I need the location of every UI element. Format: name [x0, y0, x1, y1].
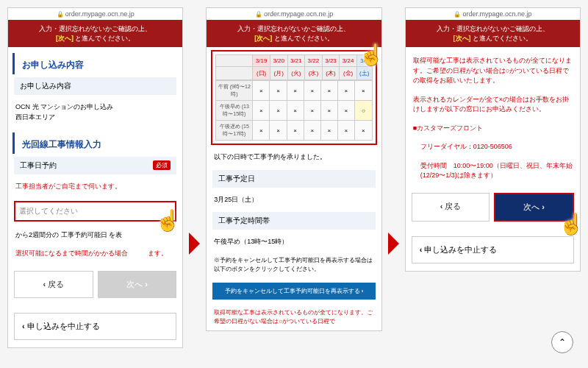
cancel-button[interactable]: 申し込みを中止する	[14, 313, 176, 340]
tel: フリーダイヤル：0120-506506	[406, 138, 580, 157]
calendar-cell[interactable]: ×	[304, 121, 320, 141]
section-construction: 光回線工事情報入力	[12, 132, 178, 154]
application-body: OCN 光 マンションのお申し込み西日本エリア	[8, 98, 182, 127]
calendar-cell[interactable]: ×	[304, 101, 320, 121]
calendar-cell[interactable]: ×	[337, 121, 354, 141]
time-label: 工事予定時間帯	[212, 212, 375, 230]
calendar-cell[interactable]: ×	[253, 101, 270, 121]
calendar-cell[interactable]: ×	[354, 81, 372, 101]
calendar-cell[interactable]: ×	[354, 121, 372, 141]
calendar-cell[interactable]: ×	[337, 101, 354, 121]
warning-banner: 入力・選択忘れがないかご確認の上、[次へ] と進んでください。	[8, 20, 182, 47]
delay-note: 選択可能になるまで時間がかかる場合 ます。	[8, 244, 182, 263]
customer-front: ■カスタマーズフロント	[406, 119, 580, 138]
back-button[interactable]: 戻る	[412, 193, 490, 222]
sub-application: お申し込み内容	[14, 77, 176, 95]
back-button[interactable]: 戻る	[14, 271, 93, 298]
visit-note: 工事担当者がご自宅まで伺います。	[8, 177, 182, 197]
calendar-cell[interactable]: ○	[354, 101, 372, 121]
sub-reservation: 工事日予約必須	[14, 157, 176, 174]
calendar-cell[interactable]: ×	[337, 81, 354, 101]
section-application: お申し込み内容	[12, 53, 178, 74]
calendar-cell[interactable]: ×	[287, 121, 304, 141]
date-select[interactable]: 選択してください ☝️	[14, 201, 176, 222]
required-badge: 必須	[153, 160, 171, 170]
calendar-body: 午前 (9時〜12時)×××××××午後早め (13時〜15時)××××××○午…	[215, 80, 372, 141]
url-bar: order.mypage.ocn.ne.jp	[8, 8, 182, 20]
date-value: 3月25日（土）	[207, 191, 381, 210]
tail-note: 取得可能な工事は表示されているものが全てになります。ご希望の日程がない場合は○が…	[207, 304, 381, 330]
next-button[interactable]: 次へ	[98, 271, 177, 298]
screen-1: order.mypage.ocn.ne.jp 入力・選択忘れがないかご確認の上、…	[7, 7, 183, 348]
rebook-button[interactable]: 予約をキャンセルして工事予約可能日を再表示する	[212, 283, 375, 300]
calendar-cell[interactable]: ×	[253, 121, 270, 141]
calendar-cell[interactable]: ×	[320, 121, 337, 141]
confirm-msg: 以下の日時で工事予約を承りました。	[207, 148, 381, 167]
pointing-hand-icon: ☝️	[155, 208, 181, 233]
warning-banner: 入力・選択忘れがないかご確認の上、[次へ] と進んでください。	[207, 20, 381, 47]
pointing-hand-icon: ☝️	[559, 212, 584, 236]
calendar-cell[interactable]: ×	[270, 121, 287, 141]
calendar-cell[interactable]: ×	[270, 101, 287, 121]
time-value: 午後早め（13時〜15時）	[207, 233, 381, 252]
pointing-hand-icon: ☝️	[359, 43, 384, 67]
calendar-cell[interactable]: ×	[320, 101, 337, 121]
screen-3: order.mypage.ocn.ne.jp 入力・選択忘れがないかご確認の上、…	[405, 7, 581, 272]
warning-banner: 入力・選択忘れがないかご確認の上、[次へ] と進んでください。	[406, 20, 580, 47]
url-bar: order.mypage.ocn.ne.jp	[406, 8, 580, 20]
calendar-cell[interactable]: ×	[287, 101, 304, 121]
flow-arrow-icon	[388, 233, 399, 255]
flow-arrow-icon	[189, 233, 200, 255]
date-label: 工事予定日	[212, 170, 375, 188]
calendar[interactable]: ☝️ 3/193/203/213/223/233/243/2 (日)(月)(火)…	[211, 50, 376, 145]
cancel-button[interactable]: 申し込みを中止する	[412, 236, 574, 263]
rebook-note: ※予約をキャンセルして工事予約可能日を再表示する場合は以下のボタンをクリックして…	[207, 252, 381, 278]
screen-2: order.mypage.ocn.ne.jp 入力・選択忘れがないかご確認の上、…	[206, 7, 381, 331]
url-bar: order.mypage.ocn.ne.jp	[207, 8, 381, 20]
info-1: 取得可能な工事は表示されているものが全てになります。ご希望の日程がない場合は○が…	[406, 52, 580, 91]
hours: 受付時間 10:00〜19:00（日曜日、祝日、年末年始(12/29〜1/3)は…	[406, 157, 580, 185]
info-2: 表示されるカレンダーが全て×の場合はお手数をお掛けしますが以下の窓口にお申込みく…	[406, 91, 580, 119]
calendar-cell[interactable]: ×	[320, 81, 337, 101]
calendar-table: 3/193/203/213/223/233/243/2 (日)(月)(火)(水)…	[215, 54, 372, 80]
scroll-top-button[interactable]: ⌃	[551, 331, 573, 353]
calendar-cell[interactable]: ×	[253, 81, 270, 101]
calendar-cell[interactable]: ×	[270, 81, 287, 101]
calendar-cell[interactable]: ×	[304, 81, 320, 101]
calendar-cell[interactable]: ×	[287, 81, 304, 101]
